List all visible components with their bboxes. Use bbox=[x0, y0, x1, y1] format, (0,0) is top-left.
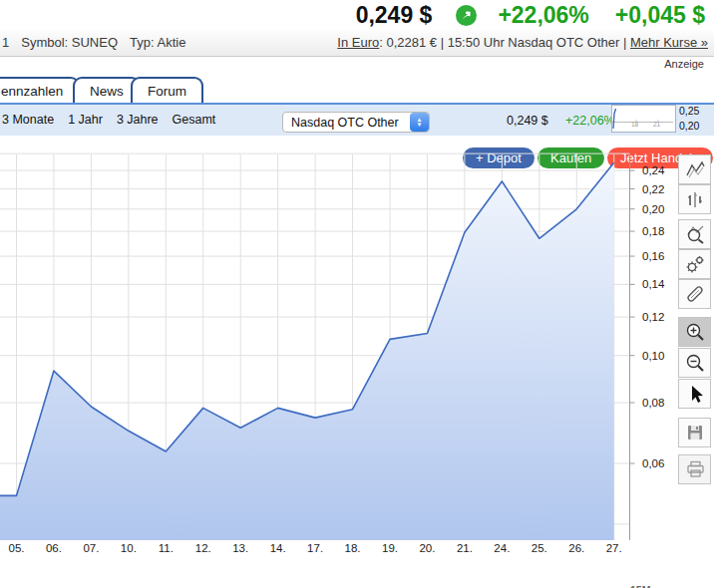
svg-text:18.: 18. bbox=[345, 542, 361, 554]
svg-text:27.: 27. bbox=[606, 542, 622, 554]
info-bar: 1 Symbol: SUNEQ Typ: Aktie In Euro: 0,22… bbox=[0, 30, 714, 57]
svg-text:17.: 17. bbox=[307, 542, 323, 554]
symbol-info: 1 Symbol: SUNEQ Typ: Aktie bbox=[2, 35, 185, 50]
save-chart-button[interactable] bbox=[678, 418, 711, 447]
svg-text:14.: 14. bbox=[270, 542, 286, 554]
svg-text:0,22: 0,22 bbox=[642, 183, 664, 195]
svg-text:07.: 07. bbox=[83, 542, 99, 554]
range-1-jahr[interactable]: 1 Jahr bbox=[68, 113, 103, 127]
toolbar-price: 0,249 $ bbox=[507, 114, 548, 128]
zoom-out-icon bbox=[683, 351, 707, 375]
save-icon bbox=[683, 421, 707, 444]
svg-text:0,16: 0,16 bbox=[642, 250, 664, 262]
draw-tool-icon bbox=[683, 282, 707, 306]
tabs-row: ennzahlen News Forum + Depot Kaufen Jetz… bbox=[0, 72, 714, 103]
price-chart[interactable]: 0,240,220,200,180,160,140,120,100,080,06… bbox=[0, 140, 714, 588]
print-chart-button[interactable] bbox=[678, 454, 711, 484]
chart-settings-button[interactable] bbox=[678, 249, 711, 279]
tab-kennzahlen[interactable]: ennzahlen bbox=[0, 77, 80, 103]
exchange-dropdown[interactable]: Nasdaq OTC Other ▲▼ bbox=[282, 112, 430, 133]
type-text: Typ: Aktie bbox=[130, 35, 185, 50]
toolbar-change-percent: +22,06% bbox=[565, 114, 615, 128]
current-price: 0,249 $ bbox=[356, 2, 433, 29]
gears-icon bbox=[683, 252, 707, 276]
change-percent: +22,06% bbox=[498, 2, 588, 29]
svg-text:0,24: 0,24 bbox=[642, 164, 665, 176]
bar-chart-type-button[interactable] bbox=[678, 184, 711, 214]
zoom-in-button[interactable] bbox=[678, 317, 711, 347]
exchange-info: In Euro: 0,2281 € | 15:50 Uhr Nasdaq OTC… bbox=[337, 35, 708, 50]
compare-chart-icon bbox=[683, 222, 707, 246]
svg-text:0,06: 0,06 bbox=[642, 457, 664, 469]
tab-label: ennzahlen bbox=[1, 84, 63, 99]
ad-label: Anzeige bbox=[664, 58, 704, 70]
mini-chart-y-bottom: 0,20 bbox=[679, 120, 699, 132]
svg-text:21.: 21. bbox=[457, 542, 473, 554]
cursor-mode-button[interactable] bbox=[678, 379, 711, 409]
line-chart-icon bbox=[683, 157, 707, 181]
svg-text:15M: 15M bbox=[630, 584, 651, 588]
svg-text:0,18: 0,18 bbox=[642, 225, 664, 237]
range-selector: 3 Monate 1 Jahr 3 Jahre Gesamt bbox=[2, 113, 215, 127]
tab-label: Forum bbox=[148, 84, 186, 99]
svg-text:19.: 19. bbox=[382, 542, 398, 554]
svg-text:0,08: 0,08 bbox=[642, 397, 664, 409]
dropdown-arrows-icon: ▲▼ bbox=[410, 113, 429, 132]
range-3-monate[interactable]: 3 Monate bbox=[2, 113, 54, 127]
svg-text:0,12: 0,12 bbox=[642, 311, 664, 323]
more-quotes-link[interactable]: Mehr Kurse » bbox=[630, 35, 708, 50]
quote-header: 0,249 $ +22,06% +0,045 $ bbox=[0, 0, 714, 30]
svg-text:10.: 10. bbox=[121, 542, 137, 554]
svg-text:13.: 13. bbox=[232, 542, 248, 554]
mini-chart-x-label: 21 bbox=[653, 121, 660, 128]
symbol-text: Symbol: SUNEQ bbox=[21, 35, 118, 50]
zoom-out-button[interactable] bbox=[678, 348, 711, 378]
svg-text:0,20: 0,20 bbox=[642, 203, 664, 215]
printer-icon bbox=[683, 457, 707, 481]
exchange-dropdown-value: Nasdaq OTC Other bbox=[283, 116, 410, 130]
range-3-jahre[interactable]: 3 Jahre bbox=[117, 113, 159, 127]
tab-forum[interactable]: Forum bbox=[131, 77, 203, 103]
mini-chart-x-label: 18 bbox=[631, 121, 638, 128]
zoom-in-icon bbox=[683, 320, 707, 344]
svg-text:0,10: 0,10 bbox=[642, 350, 664, 362]
draw-tool-button[interactable] bbox=[678, 279, 711, 309]
cursor-arrow-icon bbox=[683, 382, 707, 406]
chart-toolbar: 3 Monate 1 Jahr 3 Jahre Gesamt Nasdaq OT… bbox=[0, 105, 714, 136]
tab-label: News bbox=[90, 84, 124, 99]
svg-text:0,14: 0,14 bbox=[642, 278, 665, 290]
mini-intraday-chart[interactable] bbox=[611, 105, 676, 133]
svg-text:05.: 05. bbox=[9, 542, 25, 554]
mini-chart-y-top: 0,25 bbox=[679, 105, 699, 117]
svg-text:20.: 20. bbox=[419, 542, 435, 554]
svg-text:06.: 06. bbox=[46, 542, 62, 554]
svg-text:26.: 26. bbox=[568, 542, 584, 554]
euro-detail: : 0,2281 € | 15:50 Uhr Nasdaq OTC Other … bbox=[379, 35, 630, 50]
bar-chart-icon bbox=[683, 187, 707, 211]
svg-text:24.: 24. bbox=[494, 542, 510, 554]
svg-text:12.: 12. bbox=[195, 542, 211, 554]
svg-text:11.: 11. bbox=[159, 542, 174, 554]
info-fragment: 1 bbox=[2, 35, 9, 50]
in-euro-link[interactable]: In Euro bbox=[337, 35, 379, 50]
price-up-arrow-icon bbox=[456, 5, 477, 26]
compare-chart-button[interactable] bbox=[678, 219, 711, 249]
svg-text:25.: 25. bbox=[532, 542, 547, 554]
line-chart-type-button[interactable] bbox=[678, 154, 711, 184]
quote-line: 0,249 $ +22,06% +0,045 $ bbox=[356, 2, 705, 29]
range-gesamt[interactable]: Gesamt bbox=[173, 113, 216, 127]
change-absolute: +0,045 $ bbox=[615, 2, 705, 29]
